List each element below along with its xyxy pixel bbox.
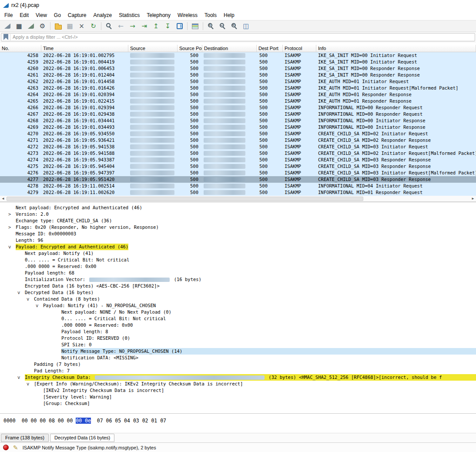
column-header-no[interactable]: No. <box>0 45 41 52</box>
detail-tree-row[interactable]: 0... .... = Critical Bit: Not critical <box>0 315 476 322</box>
packet-list-body[interactable]: 42582022-06-28 16:19:01.002795500500ISAK… <box>0 52 476 196</box>
capture-comment-pencil-icon[interactable]: ✎ <box>13 445 18 451</box>
packet-row[interactable]: 42722022-06-28 16:19:05.941538500500ISAK… <box>0 144 476 150</box>
column-header-time[interactable]: Time <box>41 45 128 52</box>
column-header-destination[interactable]: Destination <box>202 45 257 52</box>
packet-detail-tree[interactable]: Next payload: Encrypted and Authenticate… <box>0 202 476 413</box>
detail-tree-row[interactable]: Next payload: Notify (41) <box>0 250 476 257</box>
detail-tree-row[interactable]: Padding (7 bytes) <box>0 361 476 368</box>
detail-tree-row[interactable]: Length: 96 <box>0 237 476 244</box>
go-to-packet-button[interactable]: ⇥ <box>139 21 150 31</box>
packet-row[interactable]: 42682022-06-28 16:19:01.034441500500ISAK… <box>0 117 476 124</box>
column-header-source-port[interactable]: Source Port <box>178 45 202 52</box>
collapse-arrow-icon[interactable]: v <box>25 381 34 387</box>
packet-row[interactable]: 42742022-06-28 16:19:05.943387500500ISAK… <box>0 157 476 163</box>
menu-telephony[interactable]: Telephony <box>143 11 174 19</box>
packet-row[interactable]: 42772022-06-28 16:19:05.951420500500ISAK… <box>0 176 476 183</box>
detail-tree-row[interactable]: Payload length: 8 <box>0 328 476 335</box>
detail-tree-row[interactable]: .000 0000 = Reserved: 0x00 <box>0 263 476 270</box>
packet-row[interactable]: 42642022-06-28 16:19:01.020394500500ISAK… <box>0 91 476 98</box>
detail-tree-row[interactable]: vContained Data (8 bytes) <box>0 296 476 302</box>
collapse-arrow-icon[interactable]: v <box>25 296 34 302</box>
packet-row[interactable]: 42582022-06-28 16:19:01.002795500500ISAK… <box>0 52 476 59</box>
detail-tree-row[interactable]: .000 0000 = Reserved: 0x00 <box>0 322 476 328</box>
menu-capture[interactable]: Capture <box>64 11 90 19</box>
menu-view[interactable]: View <box>32 11 50 19</box>
detail-tree-row[interactable]: SPI Size: 0 <box>0 342 476 348</box>
scroll-left-arrow-icon[interactable]: ◄ <box>0 196 6 201</box>
filter-bookmark-icon[interactable] <box>3 34 8 40</box>
zoom-in-button[interactable]: + <box>205 21 216 31</box>
detail-tree-row[interactable]: vPayload: Encrypted and Authenticated (4… <box>0 244 476 250</box>
collapse-arrow-icon[interactable]: v <box>16 374 25 381</box>
packet-row[interactable]: 42672022-06-28 16:19:01.029438500500ISAK… <box>0 111 476 117</box>
menu-edit[interactable]: Edit <box>16 11 32 19</box>
scroll-right-arrow-icon[interactable]: ► <box>470 196 476 201</box>
detail-tree-row[interactable]: 0... .... = Critical Bit: Not critical <box>0 257 476 263</box>
collapse-arrow-icon[interactable]: v <box>34 302 43 309</box>
close-file-button[interactable]: × <box>76 21 87 31</box>
detail-tree-row[interactable]: Notify Message Type: NO_PROPOSAL_CHOSEN … <box>0 348 476 355</box>
packet-row[interactable]: 42732022-06-28 16:19:05.941588500500ISAK… <box>0 150 476 157</box>
stop-capture-button[interactable]: ■ <box>13 21 24 31</box>
packet-row[interactable]: 42612022-06-28 16:19:01.012404500500ISAK… <box>0 72 476 78</box>
packet-row[interactable]: 42762022-06-28 16:19:05.947397500500ISAK… <box>0 170 476 176</box>
reload-file-button[interactable]: ↻ <box>88 21 99 31</box>
find-packet-button[interactable] <box>104 21 114 31</box>
hex-row[interactable]: 000000 00 00 08 00 00 00 0e 07 06 05 04 … <box>3 418 476 424</box>
detail-tree-row[interactable]: [Severity level: Warning] <box>0 394 476 400</box>
packet-row[interactable]: 42752022-06-28 16:19:05.945404500500ISAK… <box>0 163 476 170</box>
detail-tree-row[interactable]: Protocol ID: RESERVED (0) <box>0 335 476 342</box>
packet-row[interactable]: 42652022-06-28 16:19:01.022415500500ISAK… <box>0 98 476 104</box>
packet-row[interactable]: 42712022-06-28 16:19:05.936421500500ISAK… <box>0 137 476 144</box>
packet-row[interactable]: 42702022-06-28 16:19:05.934550500500ISAK… <box>0 131 476 137</box>
packet-list-hscrollbar[interactable]: ◄ ► <box>0 196 476 202</box>
go-first-packet-button[interactable]: ↥ <box>151 21 161 31</box>
detail-tree-row[interactable]: [IKEv2 Integrity Checksum Data is incorr… <box>0 387 476 394</box>
menu-help[interactable]: Help <box>220 11 238 19</box>
column-header-protocol[interactable]: Protocol <box>283 45 316 52</box>
detail-tree-row[interactable]: >Flags: 0x20 (Responder, No higher versi… <box>0 224 476 231</box>
column-header-dest-port[interactable]: Dest Port <box>257 45 283 52</box>
detail-tree-row[interactable]: Pad Length: 7 <box>0 368 476 374</box>
column-header-source[interactable]: Source <box>128 45 178 52</box>
colorize-button[interactable] <box>190 21 201 31</box>
collapse-arrow-icon[interactable]: v <box>7 244 16 250</box>
menu-go[interactable]: Go <box>50 11 64 19</box>
packet-row[interactable]: 42792022-06-28 16:19:11.002620500500ISAK… <box>0 189 476 196</box>
detail-tree-row[interactable]: vDecrypted Data (16 bytes) <box>0 289 476 296</box>
expand-arrow-icon[interactable]: > <box>7 211 16 218</box>
detail-tree-row[interactable]: Initialization Vector: (16 bytes) <box>0 276 476 283</box>
packet-bytes-pane[interactable]: 000000 00 00 08 00 00 00 0e 07 06 05 04 … <box>0 413 476 433</box>
detail-tree-row[interactable]: vIntegrity Checksum Data: (32 bytes) <HM… <box>0 374 476 381</box>
menu-file[interactable]: File <box>1 11 16 19</box>
detail-tree-row[interactable]: >Version: 2.0 <box>0 211 476 218</box>
detail-tree-row[interactable]: Exchange type: CREATE_CHILD_SA (36) <box>0 218 476 224</box>
byte-tab-frame[interactable]: Frame (138 bytes) <box>1 434 49 442</box>
detail-tree-row[interactable]: [Group: Checksum] <box>0 400 476 407</box>
detail-tree-row[interactable]: Encrypted Data (16 bytes) <AES-CBC-256 [… <box>0 283 476 289</box>
go-forward-button[interactable]: → <box>127 21 138 31</box>
packet-row[interactable]: 42632022-06-28 16:19:01.016426500500ISAK… <box>0 85 476 91</box>
start-capture-button[interactable] <box>2 21 13 31</box>
capture-options-button[interactable]: ⚙ <box>37 21 48 31</box>
menu-analyze[interactable]: Analyze <box>90 11 116 19</box>
go-last-packet-button[interactable]: ↧ <box>162 21 173 31</box>
expert-info-icon[interactable] <box>3 445 9 450</box>
restart-capture-button[interactable] <box>25 21 36 31</box>
menu-statistics[interactable]: Statistics <box>115 11 143 19</box>
expand-arrow-icon[interactable]: > <box>7 224 16 231</box>
open-file-button[interactable] <box>53 21 64 31</box>
detail-tree-row[interactable]: vPayload: Notify (41) - NO_PROPOSAL_CHOS… <box>0 302 476 309</box>
resize-columns-button[interactable]: ◫ <box>241 21 251 31</box>
packet-row[interactable]: 42662022-06-28 16:19:01.029394500500ISAK… <box>0 104 476 111</box>
menu-tools[interactable]: Tools <box>201 11 220 19</box>
collapse-arrow-icon[interactable]: v <box>16 289 25 296</box>
go-back-button[interactable]: ← <box>115 21 126 31</box>
zoom-out-button[interactable]: − <box>217 21 228 31</box>
packet-row[interactable]: 42592022-06-28 16:19:01.004419500500ISAK… <box>0 59 476 65</box>
save-file-button[interactable]: ▦ <box>64 21 75 31</box>
packet-row[interactable]: 42602022-06-28 16:19:01.006453500500ISAK… <box>0 65 476 72</box>
zoom-original-button[interactable]: = <box>229 21 240 31</box>
packet-row[interactable]: 42622022-06-28 16:19:01.014458500500ISAK… <box>0 78 476 85</box>
